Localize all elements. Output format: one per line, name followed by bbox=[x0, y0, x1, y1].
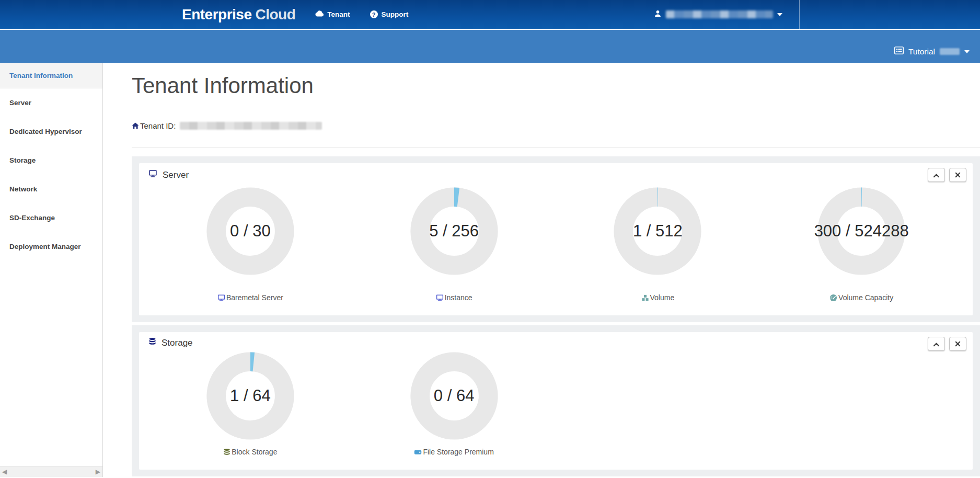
storage-donut-grid: 1 / 64 Block Storage 0 / 64 File Storage… bbox=[148, 350, 963, 456]
caret-down-icon bbox=[964, 50, 970, 53]
tenant-id-row: Tenant ID: bbox=[132, 121, 980, 130]
chevron-up-icon bbox=[933, 170, 940, 180]
donut-label-text: Block Storage bbox=[232, 448, 277, 456]
list-icon bbox=[894, 47, 904, 56]
question-icon: ? bbox=[370, 10, 378, 18]
donut-ring: 1 / 64 bbox=[205, 350, 296, 441]
donut-label: Block Storage bbox=[223, 448, 277, 456]
sidebar-scrollbar[interactable]: ◀ ▶ bbox=[0, 466, 102, 477]
donut-value: 1 / 64 bbox=[205, 350, 296, 441]
donut-value: 0 / 64 bbox=[409, 350, 500, 441]
cubes-icon bbox=[641, 294, 649, 302]
donut-ring: 300 / 524288 bbox=[816, 186, 907, 277]
collapse-button[interactable] bbox=[928, 337, 945, 351]
donut-chart: 0 / 64 File Storage Premium bbox=[352, 350, 556, 456]
database-icon bbox=[223, 448, 230, 456]
donut-label: Instance bbox=[436, 293, 472, 302]
sidebar-item-tenant-information[interactable]: Tenant Information bbox=[0, 63, 102, 88]
sidebar-item-deployment-manager[interactable]: Deployment Manager bbox=[0, 232, 102, 261]
drive-icon bbox=[414, 448, 422, 456]
redacted-tutorial-suffix bbox=[940, 48, 960, 55]
close-button[interactable] bbox=[949, 168, 966, 182]
arrow-left-icon[interactable]: ◀ bbox=[2, 469, 7, 475]
server-donut-grid: 0 / 30 Baremetal Server 5 / 256 Instance bbox=[148, 186, 963, 302]
donut-chart: 1 / 512 Volume bbox=[556, 186, 760, 302]
donut-chart: 5 / 256 Instance bbox=[352, 186, 556, 302]
nav-item-tenant[interactable]: Tenant bbox=[315, 10, 350, 18]
donut-label-text: Baremetal Server bbox=[226, 293, 283, 302]
sidebar: Tenant Information Server Dedicated Hype… bbox=[0, 63, 103, 477]
chevron-up-icon bbox=[933, 339, 940, 349]
redacted-username bbox=[666, 10, 773, 18]
storage-card-header: Storage bbox=[148, 337, 963, 348]
storage-card: Storage bbox=[139, 332, 973, 470]
top-navbar: EnterpriseCloud Tenant ? Support bbox=[0, 0, 980, 30]
tenant-id-label: Tenant ID: bbox=[140, 121, 176, 130]
sidebar-item-sd-exchange[interactable]: SD-Exchange bbox=[0, 203, 102, 232]
donut-label-text: Instance bbox=[445, 293, 472, 302]
nav-item-label: Tenant bbox=[327, 10, 350, 18]
donut-label-text: Volume bbox=[650, 293, 675, 302]
content-area: Tenant Information Tenant ID: Server bbox=[103, 63, 980, 477]
donut-label: Baremetal Server bbox=[217, 293, 283, 302]
donut-value: 0 / 30 bbox=[205, 186, 296, 277]
secondary-bar: Tutorial bbox=[0, 30, 980, 63]
donut-label: File Storage Premium bbox=[414, 448, 493, 456]
donut-ring: 1 / 512 bbox=[612, 186, 703, 277]
app-logo[interactable]: EnterpriseCloud bbox=[182, 6, 295, 23]
donut-ring: 5 / 256 bbox=[409, 186, 500, 277]
nav-item-support[interactable]: ? Support bbox=[370, 10, 409, 18]
page-title: Tenant Information bbox=[132, 73, 980, 98]
server-panel: Server bbox=[132, 156, 980, 322]
tutorial-dropdown[interactable]: Tutorial bbox=[894, 47, 970, 56]
donut-label-text: Volume Capacity bbox=[838, 293, 893, 302]
nav-item-label: Support bbox=[382, 10, 409, 18]
donut-ring: 0 / 64 bbox=[409, 350, 500, 441]
donut-ring: 0 / 30 bbox=[205, 186, 296, 277]
logo-part2: Cloud bbox=[256, 6, 296, 22]
main-layout: Tenant Information Server Dedicated Hype… bbox=[0, 63, 980, 477]
donut-chart: 0 / 30 Baremetal Server bbox=[148, 186, 352, 302]
server-card: Server bbox=[139, 163, 973, 315]
navbar-divider bbox=[799, 0, 800, 29]
donut-value: 1 / 512 bbox=[612, 186, 703, 277]
screen: EnterpriseCloud Tenant ? Support Tutoria bbox=[0, 0, 980, 478]
tutorial-label: Tutorial bbox=[908, 47, 935, 56]
collapse-button[interactable] bbox=[928, 168, 945, 182]
sidebar-item-dedicated-hypervisor[interactable]: Dedicated Hypervisor bbox=[0, 117, 102, 146]
donut-label: Volume bbox=[641, 293, 675, 302]
panel-controls bbox=[928, 168, 966, 182]
panel-title: Storage bbox=[162, 338, 193, 348]
sidebar-item-storage[interactable]: Storage bbox=[0, 146, 102, 175]
donut-chart: 1 / 64 Block Storage bbox=[148, 350, 352, 456]
panel-title: Server bbox=[163, 170, 189, 180]
home-icon bbox=[132, 122, 139, 129]
server-card-header: Server bbox=[148, 169, 963, 180]
x-icon bbox=[955, 170, 961, 180]
arrow-right-icon[interactable]: ▶ bbox=[96, 469, 100, 475]
monitor-icon bbox=[217, 294, 225, 302]
logo-part1: Enterprise bbox=[182, 6, 252, 22]
donut-label: Volume Capacity bbox=[829, 293, 893, 302]
close-button[interactable] bbox=[949, 337, 966, 351]
donut-value: 5 / 256 bbox=[409, 186, 500, 277]
person-icon bbox=[654, 9, 662, 20]
donut-chart: 300 / 524288 Volume Capacity bbox=[759, 186, 963, 302]
database-icon bbox=[148, 337, 156, 348]
donut-label-text: File Storage Premium bbox=[423, 448, 493, 456]
monitor-icon bbox=[148, 169, 157, 180]
divider bbox=[132, 147, 980, 147]
sidebar-item-network[interactable]: Network bbox=[0, 175, 102, 203]
user-menu[interactable] bbox=[654, 0, 782, 29]
donut-value: 300 / 524288 bbox=[816, 186, 907, 277]
panel-controls bbox=[928, 337, 966, 351]
monitor-icon bbox=[436, 294, 444, 302]
cloud-icon bbox=[315, 10, 324, 18]
storage-panel: Storage bbox=[132, 325, 980, 476]
x-icon bbox=[955, 339, 961, 349]
redacted-tenant-id bbox=[180, 122, 322, 130]
sidebar-item-server[interactable]: Server bbox=[0, 88, 102, 117]
caret-down-icon bbox=[777, 13, 782, 16]
gauge-icon bbox=[829, 294, 837, 302]
